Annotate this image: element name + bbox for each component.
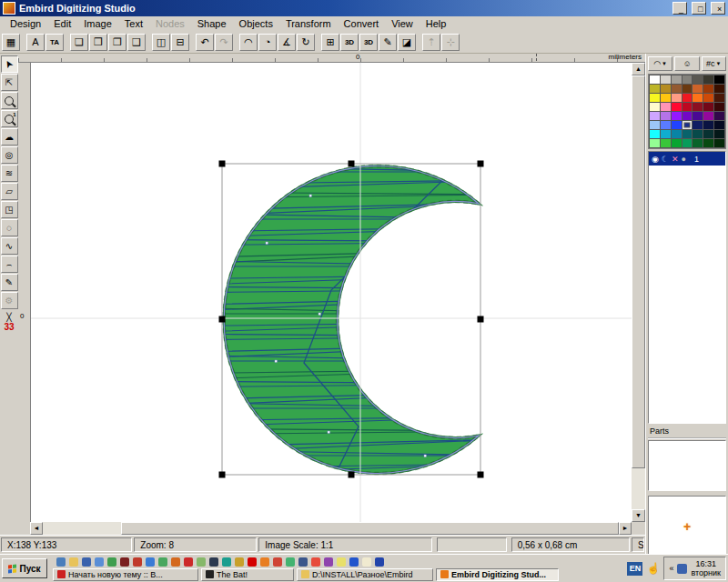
object-list-item[interactable]: ◉☾✕●1 <box>649 152 725 166</box>
menu-objects[interactable]: Objects <box>233 17 279 30</box>
quick-launch-icon-6[interactable] <box>120 557 129 567</box>
visibility-eye-icon[interactable]: ◉ <box>652 155 659 164</box>
palette-swatch[interactable] <box>661 75 671 84</box>
palette-swatch[interactable] <box>650 75 660 84</box>
palette-swatch[interactable] <box>703 94 713 102</box>
quick-launch-icon-3[interactable] <box>82 557 91 567</box>
text-tool[interactable]: A <box>26 34 45 51</box>
close-button[interactable]: × <box>711 2 725 15</box>
horizontal-scroll-thumb[interactable] <box>121 522 619 535</box>
menu-shape[interactable]: Shape <box>191 17 233 30</box>
quick-launch-icon-26[interactable] <box>375 557 384 567</box>
palette-swatch[interactable] <box>672 112 682 120</box>
palette-swatch[interactable] <box>650 139 660 147</box>
quick-launch-icon-19[interactable] <box>286 557 295 567</box>
hand-icon[interactable]: ☝ <box>646 562 660 575</box>
crescent-shape[interactable] <box>224 166 479 474</box>
paste-button[interactable]: ⊟ <box>171 34 189 51</box>
vertical-scrollbar[interactable]: ▲ ▼ <box>632 63 645 522</box>
scroll-left-button[interactable]: ◄ <box>30 522 43 535</box>
selection-handle[interactable] <box>349 161 355 167</box>
palette-swatch[interactable] <box>714 85 724 93</box>
menu-view[interactable]: View <box>385 17 420 30</box>
task-button[interactable]: The Bat! <box>201 568 294 581</box>
scroll-up-button[interactable]: ▲ <box>632 63 645 75</box>
palette-swatch[interactable] <box>703 112 713 120</box>
palette-swatch[interactable] <box>714 130 724 138</box>
quick-launch-icon-12[interactable] <box>197 557 206 567</box>
quick-launch-icon-10[interactable] <box>171 557 180 567</box>
clock[interactable]: 16:31 вторник <box>691 559 721 577</box>
stitch-edit-tool[interactable]: ✎ <box>379 34 397 51</box>
palette-swatch[interactable] <box>714 75 724 84</box>
quick-launch-icon-23[interactable] <box>337 557 346 567</box>
palette-swatch[interactable] <box>661 121 671 129</box>
palette-swatch[interactable] <box>672 130 682 138</box>
palette-swatch[interactable] <box>682 121 693 129</box>
curve-measure-tool[interactable]: ◠ <box>239 34 258 51</box>
palette-swatch[interactable] <box>703 139 713 147</box>
palette-swatch[interactable] <box>693 75 703 84</box>
task-button[interactable]: D:\INSTALL\Разное\Embird <box>297 568 433 581</box>
palette-swatch[interactable] <box>703 75 713 84</box>
pointer-tool[interactable]: ➤ <box>1 55 18 73</box>
palette-swatch[interactable] <box>661 103 671 111</box>
selection-handle[interactable] <box>478 161 484 167</box>
image-tool[interactable]: ◪ <box>398 34 416 51</box>
mascot-button[interactable]: ☺ <box>674 56 699 71</box>
color-order-dropdown[interactable]: #c▼ <box>702 56 726 71</box>
palette-swatch[interactable] <box>672 85 682 93</box>
palette-swatch[interactable] <box>693 130 703 138</box>
quick-launch-icon-13[interactable] <box>209 557 218 567</box>
palette-swatch[interactable] <box>693 139 703 147</box>
copy-button[interactable]: ◫ <box>152 34 170 51</box>
quick-launch-icon-22[interactable] <box>324 557 333 567</box>
palette-swatch[interactable] <box>650 94 660 102</box>
task-button[interactable]: Embird Digitizing Stud... <box>436 568 559 581</box>
outline-tool[interactable]: ◌ <box>1 219 18 236</box>
palette-swatch[interactable] <box>714 103 724 111</box>
selection-handle[interactable] <box>219 316 226 323</box>
quick-launch-icon-18[interactable] <box>273 557 282 567</box>
palette-swatch[interactable] <box>661 112 671 120</box>
column-shape-tool[interactable]: ◳ <box>1 201 18 218</box>
palette-swatch[interactable] <box>693 94 703 102</box>
palette-swatch[interactable] <box>682 103 693 111</box>
menu-convert[interactable]: Convert <box>338 17 386 30</box>
scroll-down-button[interactable]: ▼ <box>632 509 645 522</box>
gauge-tool[interactable]: ◔ <box>258 34 277 51</box>
quick-launch-icon-20[interactable] <box>298 557 308 567</box>
save-design[interactable]: ❑ <box>127 34 146 51</box>
quick-launch-icon-24[interactable] <box>349 557 359 567</box>
palette-swatch[interactable] <box>661 85 671 93</box>
palette-swatch[interactable] <box>714 121 724 129</box>
quick-launch-icon-7[interactable] <box>133 557 142 567</box>
task-button[interactable]: Начать новую тему :: B... <box>53 568 198 581</box>
menu-nodes[interactable]: Nodes <box>149 17 191 30</box>
quick-launch-icon-21[interactable] <box>311 557 320 567</box>
palette-swatch[interactable] <box>693 85 703 93</box>
selection-handle[interactable] <box>478 472 484 478</box>
import-design[interactable]: ❐ <box>108 34 126 51</box>
menu-transform[interactable]: Transform <box>279 17 338 30</box>
quick-launch-icon-15[interactable] <box>235 557 244 567</box>
zoom-tool[interactable] <box>1 92 18 109</box>
palette-swatch[interactable] <box>714 112 724 120</box>
crescent-thumb-icon[interactable]: ☾ <box>662 155 669 164</box>
delete-mark-icon[interactable]: ✕ <box>672 155 679 164</box>
palette-swatch[interactable] <box>672 75 682 84</box>
palette-swatch[interactable] <box>682 75 693 84</box>
vertical-scroll-thumb[interactable] <box>632 75 645 468</box>
palette-swatch[interactable] <box>682 139 693 147</box>
node-edit-tool[interactable]: ⇱ <box>1 74 18 91</box>
start-button[interactable]: Пуск <box>2 558 47 578</box>
palette-swatch[interactable] <box>703 130 713 138</box>
palette-swatch[interactable] <box>682 130 693 138</box>
selection-handle[interactable] <box>219 161 226 167</box>
restore-button[interactable]: □ <box>692 2 706 15</box>
window-3d-button[interactable]: ⊞ <box>321 34 339 51</box>
undo-button[interactable]: ↶ <box>196 34 214 51</box>
quick-launch-icon-1[interactable] <box>56 557 66 567</box>
menu-image[interactable]: Image <box>77 17 118 30</box>
palette-swatch[interactable] <box>682 85 693 93</box>
